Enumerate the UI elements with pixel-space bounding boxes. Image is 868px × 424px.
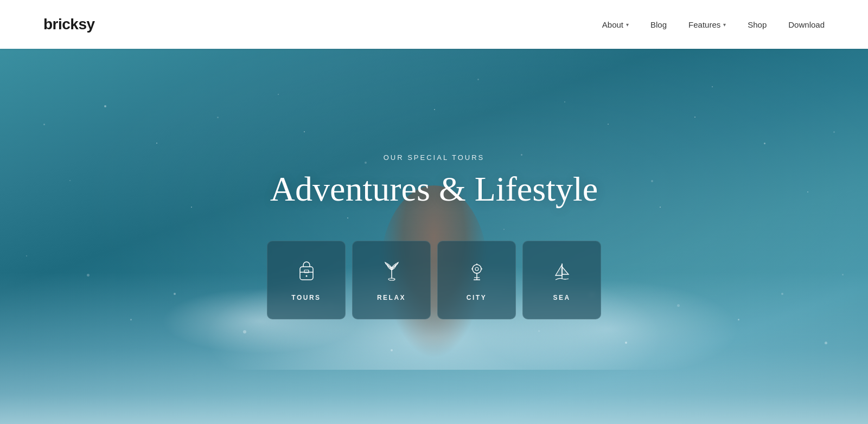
- svg-rect-0: [300, 267, 313, 280]
- tower-icon: [465, 259, 489, 286]
- nav-item-shop[interactable]: Shop: [748, 20, 767, 29]
- card-label-relax: RELAX: [377, 294, 406, 301]
- nav: About▾BlogFeatures▾ShopDownload: [602, 20, 825, 29]
- category-cards: TOURS RELAX CITY SEA: [267, 241, 601, 319]
- palm-icon: [380, 259, 404, 286]
- chevron-features-icon: ▾: [723, 22, 726, 28]
- svg-point-7: [475, 267, 478, 271]
- header: bricksy About▾BlogFeatures▾ShopDownload: [0, 0, 868, 49]
- nav-item-blog[interactable]: Blog: [650, 20, 667, 29]
- backpack-icon: [295, 259, 318, 286]
- hero-subtitle: OUR SPECIAL TOURS: [270, 153, 598, 162]
- hero-section: OUR SPECIAL TOURS Adventures & Lifestyle…: [0, 49, 868, 424]
- card-label-sea: SEA: [553, 294, 570, 301]
- sail-icon: [550, 259, 574, 286]
- hero-title: Adventures & Lifestyle: [270, 170, 598, 208]
- svg-point-3: [305, 275, 307, 277]
- nav-item-features[interactable]: Features▾: [688, 20, 726, 29]
- card-sea[interactable]: SEA: [522, 241, 601, 319]
- card-label-city: CITY: [467, 294, 487, 301]
- hero-content: OUR SPECIAL TOURS Adventures & Lifestyle: [270, 153, 598, 208]
- card-tours[interactable]: TOURS: [267, 241, 346, 319]
- logo[interactable]: bricksy: [43, 16, 95, 33]
- svg-point-5: [388, 278, 395, 280]
- svg-point-6: [473, 265, 481, 273]
- nav-item-about[interactable]: About▾: [602, 20, 629, 29]
- card-relax[interactable]: RELAX: [352, 241, 431, 319]
- card-city[interactable]: CITY: [437, 241, 516, 319]
- nav-item-download[interactable]: Download: [788, 20, 825, 29]
- card-label-tours: TOURS: [291, 294, 321, 301]
- chevron-about-icon: ▾: [626, 22, 629, 28]
